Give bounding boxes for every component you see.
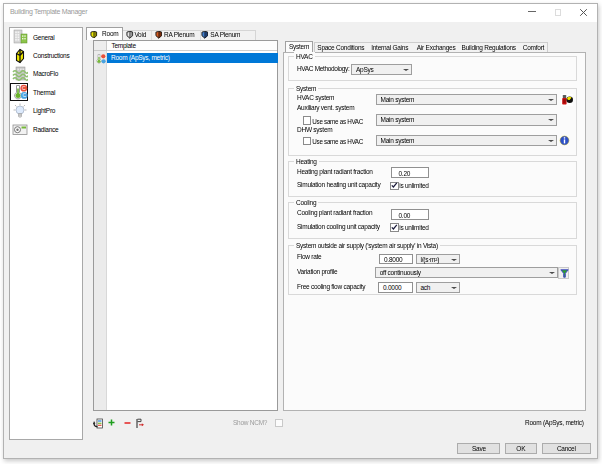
svg-text:C: C	[22, 92, 26, 98]
svg-text:C: C	[22, 85, 26, 91]
